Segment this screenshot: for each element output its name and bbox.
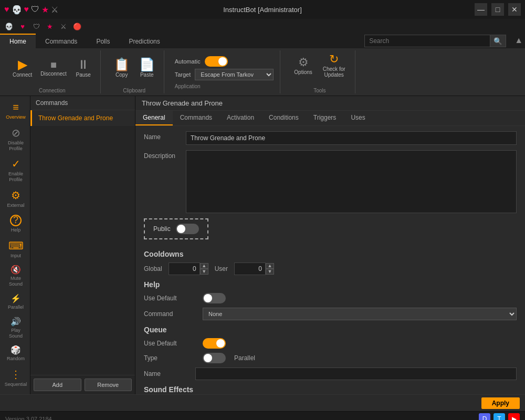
detail-tab-activation[interactable]: Activation: [219, 111, 261, 125]
tab-commands[interactable]: Commands: [36, 34, 87, 48]
public-toggle[interactable]: [176, 224, 199, 234]
automatic-label: Automatic: [175, 58, 201, 65]
help-command-label: Command: [144, 310, 196, 318]
disconnect-button[interactable]: ■ Disconnect: [37, 57, 69, 79]
help-toggle-knob: [204, 294, 212, 302]
name-field[interactable]: [186, 131, 517, 145]
apply-bar: Apply: [0, 394, 525, 411]
tab-polls[interactable]: Polls: [87, 34, 119, 48]
cmd-item-throw-grenade[interactable]: Throw Grenade and Prone: [30, 110, 135, 126]
user-input[interactable]: [234, 262, 266, 275]
play-sound-icon: 🔊: [10, 317, 21, 327]
command-list-footer: Add Remove: [30, 375, 135, 394]
sidebar-item-random[interactable]: 🎲 Random: [0, 342, 30, 365]
sidebar-item-enable-profile[interactable]: ✓ Enable Profile: [0, 154, 30, 186]
top-icon-3[interactable]: 🛡: [30, 20, 42, 32]
name-row: Name: [144, 131, 517, 145]
mute-sound-icon: 🔇: [10, 265, 21, 275]
ribbon-group-application: Automatic Target Escape From Tarkov Appl…: [169, 50, 281, 93]
top-icon-2[interactable]: ♥: [17, 20, 28, 32]
sidebar-label-disable-profile: Disable Profile: [4, 140, 28, 152]
gear-icon: ⚙: [298, 56, 309, 69]
detail-tab-triggers[interactable]: Triggers: [306, 111, 344, 125]
app-title: InstructBot [Administrator]: [223, 6, 302, 14]
user-up[interactable]: ▲: [266, 263, 274, 269]
top-icon-1[interactable]: 💀: [3, 20, 15, 32]
status-social-icons: D T ▶: [479, 413, 520, 421]
check-updates-button[interactable]: ↻ Check for Updates: [319, 50, 350, 80]
cooldowns-row: Global ▲ ▼ User ▲ ▼: [144, 262, 517, 275]
youtube-icon[interactable]: ▶: [508, 413, 520, 421]
copy-label: Copy: [116, 72, 128, 78]
queue-name-input[interactable]: [195, 368, 517, 380]
detail-content: Name Description Public Cooldowns: [135, 126, 525, 394]
search-button[interactable]: 🔍: [490, 35, 506, 47]
sidebar-item-overview[interactable]: ≡ Overview: [0, 98, 30, 123]
close-button[interactable]: ✕: [508, 3, 521, 16]
ribbon-tabs: Home Commands Polls Predictions 🔍 ▲: [0, 34, 525, 48]
top-icon-4[interactable]: ★: [44, 20, 56, 32]
sidebar-item-external[interactable]: ⚙ External: [0, 186, 30, 212]
tab-home[interactable]: Home: [0, 34, 36, 48]
tab-predictions[interactable]: Predictions: [119, 34, 169, 48]
connect-button[interactable]: ▶ Connect: [9, 56, 35, 80]
maximize-button[interactable]: □: [491, 3, 504, 16]
detail-tab-commands[interactable]: Commands: [173, 111, 219, 125]
sidebar-item-disable-profile[interactable]: ⊘ Disable Profile: [0, 123, 30, 155]
help-use-default-row: Use Default: [144, 293, 517, 303]
top-icon-5[interactable]: ⚔: [58, 20, 69, 32]
sidebar-item-play-sound[interactable]: 🔊 Play Sound: [0, 313, 30, 342]
user-down[interactable]: ▼: [266, 269, 274, 275]
queue-use-default-toggle[interactable]: [203, 338, 226, 349]
top-icon-6[interactable]: 🔴: [71, 20, 83, 32]
global-up[interactable]: ▲: [200, 263, 208, 269]
sidebar-item-sequential[interactable]: ⋮ Sequential: [0, 365, 30, 391]
sidebar-item-parallel[interactable]: ⚡ Parallel: [0, 290, 30, 313]
connection-buttons: ▶ Connect ■ Disconnect ⏸ Pause: [9, 50, 95, 86]
discord-icon[interactable]: D: [479, 413, 490, 421]
detail-tab-uses[interactable]: Uses: [343, 111, 372, 125]
help-icon: ?: [10, 215, 22, 226]
ribbon-content: ▶ Connect ■ Disconnect ⏸ Pause Connectio…: [0, 48, 525, 96]
sidebar-item-help[interactable]: ? Help: [0, 212, 30, 236]
window-controls: — □ ✕: [475, 3, 521, 16]
help-use-default-toggle[interactable]: [203, 293, 226, 303]
pause-button[interactable]: ⏸ Pause: [72, 56, 95, 80]
name-label: Name: [144, 131, 186, 141]
global-input[interactable]: [169, 262, 200, 275]
detail-tab-conditions[interactable]: Conditions: [261, 111, 306, 125]
minimize-button[interactable]: —: [475, 3, 487, 16]
sidebar-label-sequential: Sequential: [5, 382, 27, 387]
search-input[interactable]: [364, 35, 490, 47]
queue-type-toggle[interactable]: [203, 353, 226, 363]
target-label: Target: [175, 71, 191, 78]
tools-buttons: ⚙ Options ↻ Check for Updates: [290, 50, 349, 80]
ribbon-collapse-button[interactable]: ▲: [512, 36, 525, 45]
options-button[interactable]: ⚙ Options: [290, 54, 316, 77]
description-field[interactable]: [186, 150, 517, 213]
twitter-icon[interactable]: T: [494, 413, 505, 421]
global-arrows: ▲ ▼: [200, 263, 208, 275]
global-spinner: ▲ ▼: [169, 262, 208, 275]
paste-button[interactable]: 📄 Paste: [135, 56, 159, 80]
target-select[interactable]: Escape From Tarkov: [195, 69, 274, 80]
automatic-toggle[interactable]: [205, 56, 228, 67]
help-command-select[interactable]: None: [203, 308, 517, 320]
global-down[interactable]: ▼: [200, 269, 208, 275]
user-arrows: ▲ ▼: [266, 263, 274, 275]
version-label: Version 3.07.2184: [5, 416, 52, 421]
add-command-button[interactable]: Add: [34, 379, 81, 391]
overview-icon: ≡: [13, 101, 19, 113]
parallel-icon: ⚡: [10, 293, 21, 303]
queue-name-row: Name: [144, 368, 517, 380]
queue-type-label: Type: [144, 354, 196, 362]
detail-tab-general[interactable]: General: [135, 111, 173, 125]
remove-command-button[interactable]: Remove: [85, 379, 132, 391]
pause-label: Pause: [76, 72, 91, 78]
apply-button[interactable]: Apply: [481, 397, 520, 409]
copy-button[interactable]: 📋 Copy: [110, 56, 133, 80]
sidebar-item-mute-sound[interactable]: 🔇 Mute Sound: [0, 261, 30, 290]
sidebar-item-input[interactable]: ⌨ Input: [0, 236, 30, 262]
stop-icon: ■: [50, 59, 57, 70]
paste-label: Paste: [140, 72, 154, 78]
